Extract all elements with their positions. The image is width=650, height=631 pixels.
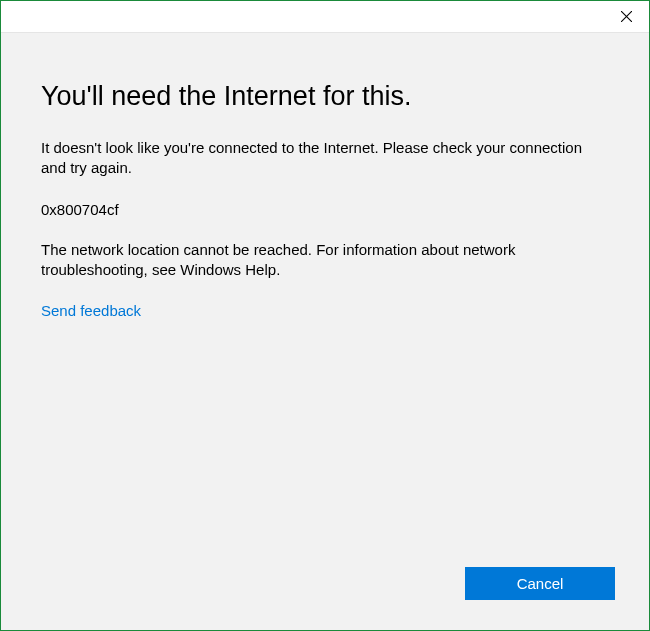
dialog-content: You'll need the Internet for this. It do… — [1, 33, 649, 567]
error-details: The network location cannot be reached. … — [41, 240, 609, 281]
close-icon — [621, 8, 632, 26]
dialog-message: It doesn't look like you're connected to… — [41, 138, 609, 179]
cancel-button[interactable]: Cancel — [465, 567, 615, 600]
error-dialog-window: You'll need the Internet for this. It do… — [0, 0, 650, 631]
dialog-footer: Cancel — [1, 567, 649, 630]
dialog-heading: You'll need the Internet for this. — [41, 81, 609, 112]
error-code: 0x800704cf — [41, 201, 609, 218]
close-button[interactable] — [603, 1, 649, 32]
titlebar — [1, 1, 649, 33]
send-feedback-link[interactable]: Send feedback — [41, 302, 141, 319]
